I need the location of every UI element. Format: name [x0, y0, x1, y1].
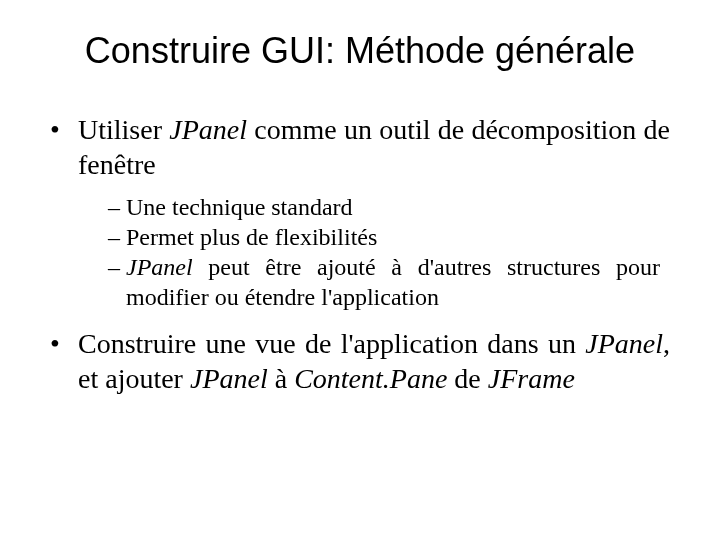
list-item: •Utiliser JPanel comme un outil de décom… [50, 112, 670, 182]
text-segment: à [268, 363, 294, 394]
text-segment: JPanel [190, 363, 268, 394]
text-segment: Permet plus de flexibilités [126, 224, 377, 250]
dash-marker: – [108, 222, 126, 252]
bullet-marker: • [50, 112, 78, 182]
sub-list-item-content: Une technique standard [126, 192, 660, 222]
bullet-list: •Utiliser JPanel comme un outil de décom… [40, 112, 680, 396]
sub-list: –Une technique standard–Permet plus de f… [50, 192, 670, 312]
slide-title: Construire GUI: Méthode générale [40, 30, 680, 72]
slide: Construire GUI: Méthode générale •Utilis… [0, 0, 720, 540]
sub-list-item: –Permet plus de flexibilités [108, 222, 660, 252]
text-segment: peut être ajouté à d'autres structures p… [126, 254, 660, 310]
text-segment: Utiliser [78, 114, 169, 145]
bullet-marker: • [50, 326, 78, 396]
text-segment: JFrame [488, 363, 575, 394]
text-segment: JPanel [169, 114, 247, 145]
text-segment: Content.Pane [294, 363, 447, 394]
text-segment: Construire une vue de l'application dans… [78, 328, 585, 359]
sub-list-item: –Une technique standard [108, 192, 660, 222]
dash-marker: – [108, 192, 126, 222]
text-segment: JPanel [585, 328, 663, 359]
dash-marker: – [108, 252, 126, 312]
list-item-content: Construire une vue de l'application dans… [78, 326, 670, 396]
sub-list-item: –JPanel peut être ajouté à d'autres stru… [108, 252, 660, 312]
list-item: •Construire une vue de l'application dan… [50, 326, 670, 396]
text-segment: Une technique standard [126, 194, 353, 220]
text-segment: JPanel [126, 254, 193, 280]
list-item-content: Utiliser JPanel comme un outil de décomp… [78, 112, 670, 182]
text-segment: de [447, 363, 487, 394]
sub-list-item-content: JPanel peut être ajouté à d'autres struc… [126, 252, 660, 312]
sub-list-item-content: Permet plus de flexibilités [126, 222, 660, 252]
